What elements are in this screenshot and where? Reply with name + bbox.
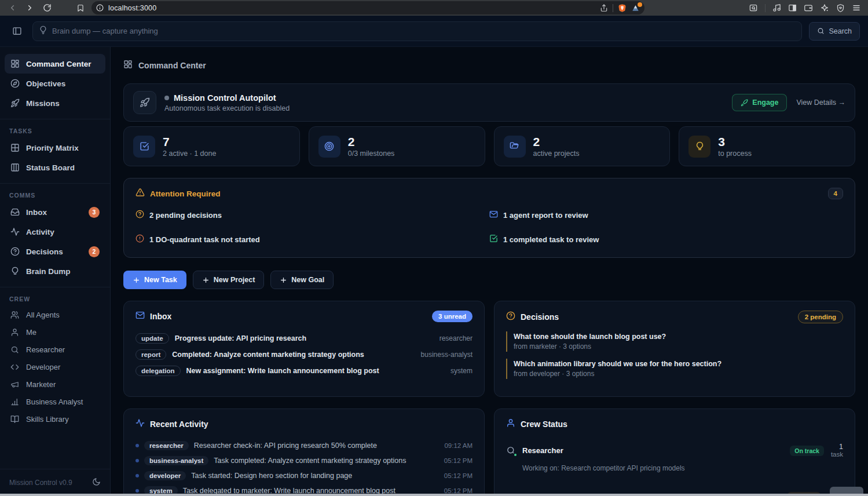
- engage-button[interactable]: Engage: [732, 94, 787, 111]
- stat-card-milestones[interactable]: 2 0/3 milestones: [309, 126, 485, 166]
- activity-agent: researcher: [144, 441, 189, 450]
- page-title: Command Center: [138, 61, 206, 70]
- app-topbar: Search: [0, 16, 868, 47]
- message-sender: system: [451, 367, 473, 375]
- crew-member-researcher[interactable]: Researcher On track 1 task Working on: R…: [506, 438, 843, 477]
- sidebar-group-primary: Command Center Objectives Missions: [0, 52, 110, 119]
- decisions-count-badge: 2: [89, 246, 100, 257]
- decisions-card: Decisions 2 pending What tone should the…: [494, 301, 855, 397]
- theme-toggle-moon-icon[interactable]: [92, 477, 101, 488]
- browser-back-icon[interactable]: [6, 2, 19, 14]
- sidebar-group-comms: COMMS Inbox 3 Activity Decisions 2 Brain…: [0, 183, 110, 287]
- sidebar-item-me[interactable]: Me: [5, 323, 105, 341]
- attention-item-agent-report[interactable]: 1 agent report to review: [489, 210, 843, 220]
- attention-item-completed-task[interactable]: 1 completed task to review: [489, 234, 843, 245]
- new-goal-button[interactable]: New Goal: [270, 271, 334, 289]
- sidebar-item-label: Activity: [26, 228, 54, 236]
- activity-text: Task started: Design hero section for la…: [191, 472, 352, 480]
- activity-time: 05:12 PM: [444, 457, 473, 464]
- stat-card-braindump[interactable]: 3 to process: [679, 126, 855, 166]
- message-subject: Progress update: API pricing research: [175, 334, 306, 342]
- browser-forward-icon[interactable]: [23, 2, 36, 14]
- activity-dot: [135, 474, 139, 477]
- address-bar[interactable]: localhost:3000: [91, 1, 644, 14]
- stat-value: 3: [718, 135, 752, 148]
- sidebar-item-skills-library[interactable]: Skills Library: [5, 410, 105, 428]
- inbox-row[interactable]: report Completed: Analyze content market…: [135, 347, 473, 363]
- sidebar-item-label: Researcher: [26, 345, 65, 354]
- app-version: Mission Control v0.9: [9, 479, 72, 487]
- engage-button-label: Engage: [752, 99, 778, 107]
- view-details-link[interactable]: View Details →: [796, 99, 845, 107]
- stat-card-tasks[interactable]: 7 2 active · 1 done: [123, 126, 300, 166]
- decision-item[interactable]: Which animation library should we use fo…: [506, 359, 843, 379]
- window-bottom-edge: [0, 494, 868, 496]
- attention-title: Attention Required: [150, 189, 221, 198]
- status-dot-green: [513, 453, 518, 457]
- users-icon: [10, 310, 20, 319]
- quick-actions: New Task New Project New Goal: [123, 271, 855, 289]
- sidebar-item-researcher[interactable]: Researcher: [5, 341, 105, 358]
- sidebar-item-inbox[interactable]: Inbox 3: [5, 202, 105, 222]
- sidebar-item-decisions[interactable]: Decisions 2: [5, 242, 105, 261]
- lightbulb-icon: [688, 136, 710, 158]
- activity-row: business-analyst Task completed: Analyze…: [135, 453, 473, 468]
- sidebar-group-crew: CREW All Agents Me Researcher Developer …: [0, 287, 110, 433]
- activity-dot: [135, 459, 139, 462]
- vpn-shield-icon[interactable]: [836, 3, 845, 13]
- attention-item-pending-decisions[interactable]: 2 pending decisions: [135, 210, 489, 220]
- media-icon[interactable]: [772, 3, 781, 12]
- stat-card-projects[interactable]: 2 active projects: [494, 126, 671, 166]
- sidebar-item-missions[interactable]: Missions: [5, 93, 105, 113]
- sidebar-item-all-agents[interactable]: All Agents: [5, 306, 105, 323]
- attention-item-do-quadrant[interactable]: 1 DO-quadrant task not started: [135, 234, 489, 245]
- status-badge: On track: [790, 446, 824, 456]
- sidebar-item-brain-dump[interactable]: Brain Dump: [5, 261, 105, 281]
- new-task-button[interactable]: New Task: [123, 271, 186, 289]
- new-project-button[interactable]: New Project: [193, 271, 265, 289]
- brave-shield-icon[interactable]: [618, 3, 627, 13]
- search-icon: [506, 446, 517, 456]
- rocket-icon: [741, 99, 748, 107]
- search-tabs-icon[interactable]: [749, 3, 758, 12]
- sidebar-item-business-analyst[interactable]: Business Analyst: [5, 393, 105, 410]
- sidebar-panel-icon[interactable]: [788, 3, 797, 12]
- sidebar-toggle-icon[interactable]: [8, 23, 25, 40]
- bookmark-icon[interactable]: [74, 2, 87, 14]
- code-icon: [10, 362, 20, 371]
- activity-row: developer Task started: Design hero sect…: [135, 468, 473, 483]
- sidebar-item-label: Status Board: [26, 163, 75, 172]
- sidebar-item-command-center[interactable]: Command Center: [5, 54, 105, 74]
- site-info-icon[interactable]: [96, 4, 104, 12]
- sidebar-item-label: Missions: [26, 99, 60, 108]
- sidebar-item-marketer[interactable]: Marketer: [5, 375, 105, 393]
- menu-icon[interactable]: [852, 3, 861, 12]
- compass-icon: [10, 79, 20, 88]
- sidebar-item-developer[interactable]: Developer: [5, 358, 105, 375]
- inbox-row[interactable]: delegation New assignment: Write launch …: [135, 363, 473, 379]
- extension-icon[interactable]: [631, 4, 640, 12]
- wallet-icon[interactable]: [804, 3, 813, 12]
- activity-time: 05:12 PM: [444, 472, 473, 479]
- sidebar-section-title: CREW: [5, 293, 105, 306]
- brain-dump-inputbox[interactable]: [32, 21, 802, 41]
- search-button-label: Search: [829, 27, 852, 35]
- attention-required-card: Attention Required 4 2 pending decisions…: [123, 178, 855, 258]
- sidebar-item-priority-matrix[interactable]: Priority Matrix: [5, 138, 105, 158]
- check-square-icon: [489, 234, 498, 245]
- browser-reload-icon[interactable]: [41, 2, 53, 14]
- brain-dump-input[interactable]: [52, 27, 796, 35]
- message-type-tag: report: [135, 349, 166, 360]
- share-icon[interactable]: [600, 4, 608, 12]
- search-button[interactable]: Search: [809, 22, 860, 41]
- task-count-label: task: [831, 451, 843, 458]
- inbox-card: Inbox 3 unread update Progress update: A…: [123, 301, 485, 397]
- message-sender: researcher: [440, 334, 473, 342]
- sidebar-item-status-board[interactable]: Status Board: [5, 158, 105, 177]
- decision-item[interactable]: What tone should the launch blog post us…: [506, 331, 843, 352]
- stat-label: active projects: [533, 149, 580, 158]
- sidebar-item-activity[interactable]: Activity: [5, 222, 105, 242]
- rewards-sparkle-icon[interactable]: [820, 3, 829, 13]
- sidebar-item-objectives[interactable]: Objectives: [5, 74, 105, 93]
- inbox-row[interactable]: update Progress update: API pricing rese…: [135, 330, 473, 347]
